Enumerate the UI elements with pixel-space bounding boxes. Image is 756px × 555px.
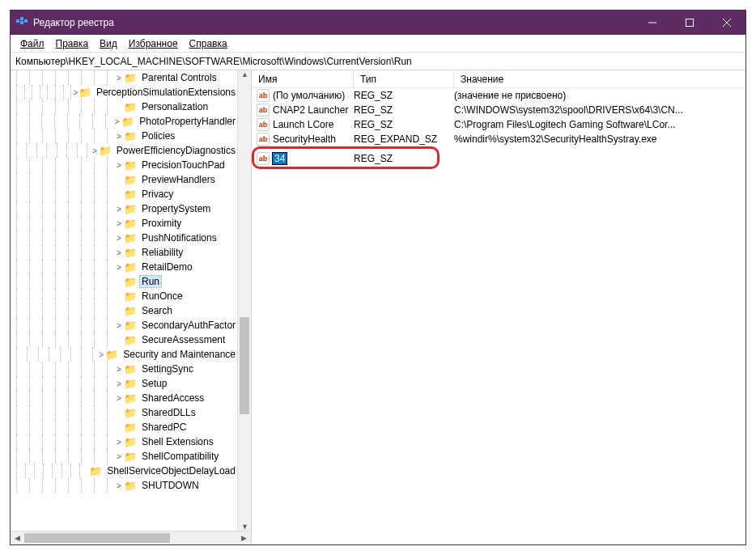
folder-icon: 📁 — [124, 378, 137, 390]
tree-item[interactable]: >📁Setup — [11, 376, 237, 391]
chevron-right-icon[interactable]: > — [114, 161, 124, 170]
tree-item[interactable]: >📁Proximity — [11, 216, 237, 231]
chevron-right-icon[interactable]: > — [114, 132, 124, 141]
list-row[interactable]: ab(По умолчанию)REG_SZ(значение не присв… — [252, 88, 745, 103]
scroll-down-icon[interactable]: ▼ — [238, 523, 251, 531]
tree-item-label: PhotoPropertyHandler — [138, 116, 237, 127]
tree-item-label: PushNotifications — [140, 232, 219, 244]
chevron-right-icon[interactable]: > — [97, 350, 105, 359]
tree-item[interactable]: 📁ShellServiceObjectDelayLoad — [11, 464, 237, 478]
menu-favorites[interactable]: Избранное — [124, 36, 183, 51]
chevron-right-icon[interactable]: > — [114, 263, 124, 272]
tree-item[interactable]: >📁PerceptionSimulationExtensions — [11, 85, 237, 100]
scroll-left-icon[interactable]: ◀ — [11, 532, 24, 544]
tree-item[interactable]: >📁SHUTDOWN — [11, 478, 237, 493]
folder-icon: 📁 — [124, 363, 137, 375]
titlebar[interactable]: Редактор реестра — [11, 11, 745, 35]
chevron-right-icon[interactable]: > — [114, 248, 124, 257]
col-header-value[interactable]: Значение — [454, 70, 745, 87]
tree-item[interactable]: >📁SecondaryAuthFactor — [11, 318, 237, 333]
tree-item[interactable]: >📁PhotoPropertyHandler — [11, 114, 237, 129]
tree-item[interactable]: 📁Run — [11, 274, 237, 289]
menu-view[interactable]: Вид — [95, 36, 122, 51]
tree-item-label: SharedDLLs — [140, 407, 197, 418]
chevron-right-icon[interactable]: > — [114, 452, 124, 461]
chevron-right-icon[interactable]: > — [91, 146, 99, 155]
title-text: Редактор реестра — [33, 17, 634, 28]
tree-item[interactable]: >📁ShellCompatibility — [11, 449, 237, 464]
tree-item[interactable]: >📁Policies — [11, 129, 237, 143]
tree-item[interactable]: >📁Shell Extensions — [11, 434, 237, 449]
list-body[interactable]: ab(По умолчанию)REG_SZ(значение не присв… — [252, 88, 745, 544]
folder-icon: 📁 — [124, 334, 137, 346]
tree-item[interactable]: 📁Search — [11, 303, 237, 318]
chevron-right-icon[interactable]: > — [114, 205, 124, 214]
tree-view[interactable]: >📁Parental Controls>📁PerceptionSimulatio… — [11, 70, 251, 531]
folder-icon: 📁 — [124, 174, 137, 186]
chevron-right-icon[interactable]: > — [114, 438, 124, 447]
chevron-right-icon[interactable]: > — [114, 219, 124, 228]
chevron-right-icon[interactable]: > — [114, 321, 124, 330]
chevron-right-icon[interactable]: > — [113, 117, 122, 126]
scroll-right-icon[interactable]: ▶ — [237, 532, 251, 544]
tree-item[interactable]: 📁SharedPC — [11, 420, 237, 434]
menu-help[interactable]: Справка — [185, 36, 232, 51]
folder-icon: 📁 — [89, 465, 102, 477]
folder-icon: 📁 — [124, 422, 137, 434]
chevron-right-icon[interactable]: > — [114, 394, 124, 403]
list-row-editing[interactable]: ab34REG_SZ — [252, 151, 745, 166]
scroll-thumb[interactable] — [240, 317, 249, 414]
chevron-right-icon[interactable]: > — [114, 365, 124, 374]
tree-item-label: Shell Extensions — [140, 436, 215, 447]
tree-item[interactable]: 📁Personalization — [11, 100, 237, 114]
tree-item[interactable]: >📁PowerEfficiencyDiagnostics — [11, 143, 237, 158]
tree-item-label: RetailDemo — [140, 261, 194, 273]
tree-horizontal-scrollbar[interactable]: ◀ ▶ — [11, 531, 251, 544]
menu-file[interactable]: Файл — [15, 36, 49, 51]
chevron-right-icon[interactable]: > — [114, 74, 124, 83]
chevron-right-icon[interactable]: > — [73, 88, 79, 97]
string-value-icon: ab — [257, 104, 270, 117]
svg-rect-5 — [686, 19, 694, 27]
tree-item[interactable]: >📁PushNotifications — [11, 231, 237, 245]
tree-item[interactable]: >📁RetailDemo — [11, 260, 237, 274]
tree-vertical-scrollbar[interactable]: ▲ ▼ — [237, 70, 251, 531]
rename-input[interactable]: 34 — [273, 153, 287, 164]
scroll-up-icon[interactable]: ▲ — [238, 70, 251, 78]
list-row[interactable]: abSecurityHealthREG_EXPAND_SZ%windir%\sy… — [252, 132, 745, 146]
close-button[interactable] — [708, 11, 745, 35]
address-bar[interactable]: Компьютер\HKEY_LOCAL_MACHINE\SOFTWARE\Mi… — [11, 53, 745, 70]
tree-item[interactable]: >📁SettingSync — [11, 362, 237, 376]
folder-icon: 📁 — [124, 261, 137, 273]
menu-edit[interactable]: Правка — [51, 36, 94, 51]
folder-icon: 📁 — [121, 116, 134, 128]
chevron-right-icon[interactable]: > — [114, 379, 124, 388]
maximize-button[interactable] — [671, 11, 708, 35]
tree-item[interactable]: 📁SecureAssessment — [11, 333, 237, 347]
tree-item-label: Reliability — [140, 247, 185, 258]
tree-item[interactable]: >📁SharedAccess — [11, 391, 237, 405]
list-row[interactable]: abCNAP2 LauncherREG_SZC:\WINDOWS\system3… — [252, 103, 745, 117]
tree-item[interactable]: >📁PropertySystem — [11, 201, 237, 216]
tree-item[interactable]: >📁Parental Controls — [11, 70, 237, 85]
col-header-name[interactable]: Имя — [252, 70, 354, 87]
tree-item[interactable]: >📁Reliability — [11, 245, 237, 260]
tree-item[interactable]: 📁Privacy — [11, 187, 237, 201]
tree-item[interactable]: 📁PreviewHandlers — [11, 172, 237, 187]
folder-icon: 📁 — [124, 189, 137, 201]
list-row[interactable]: abLaunch LCoreREG_SZC:\Program Files\Log… — [252, 117, 745, 132]
chevron-right-icon[interactable]: > — [114, 481, 124, 490]
tree-item-label: RunOnce — [140, 290, 185, 302]
tree-item[interactable]: >📁PrecisionTouchPad — [11, 158, 237, 172]
tree-item-label: Search — [140, 305, 174, 316]
value-data: (значение не присвоено) — [449, 90, 745, 101]
tree-item[interactable]: 📁SharedDLLs — [11, 405, 237, 420]
tree-item[interactable]: 📁RunOnce — [11, 289, 237, 303]
scroll-thumb-h[interactable] — [24, 533, 170, 543]
tree-item[interactable]: >📁Security and Maintenance — [11, 347, 237, 362]
folder-icon: 📁 — [124, 159, 137, 172]
value-name: (По умолчанию) — [273, 90, 345, 101]
chevron-right-icon[interactable]: > — [114, 234, 124, 243]
minimize-button[interactable] — [634, 11, 671, 35]
col-header-type[interactable]: Тип — [354, 70, 454, 87]
